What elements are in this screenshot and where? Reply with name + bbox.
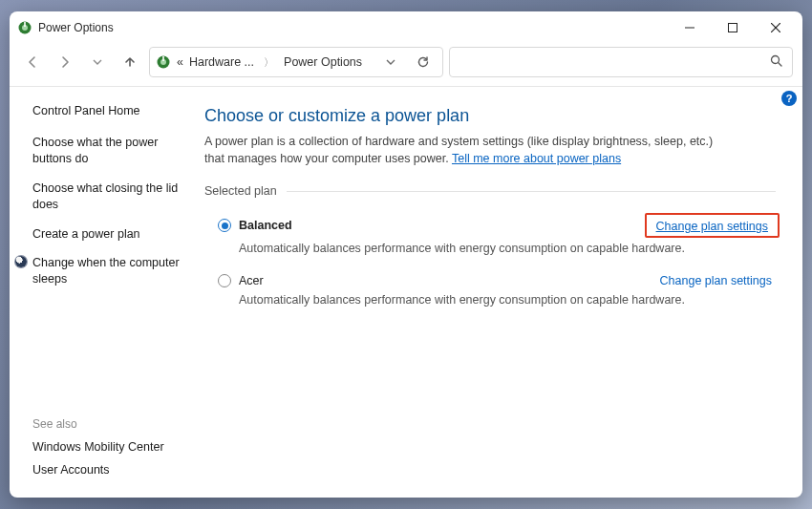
- section-header: Selected plan: [204, 184, 776, 198]
- plan-name[interactable]: Balanced: [239, 219, 292, 232]
- search-input[interactable]: [449, 47, 793, 77]
- sidebar: Control Panel Home Choose what the power…: [10, 87, 201, 498]
- sidebar-link-create-plan[interactable]: Create a power plan: [32, 226, 189, 243]
- radio-balanced[interactable]: [218, 219, 231, 232]
- forward-button[interactable]: [52, 49, 78, 75]
- breadcrumb-segment[interactable]: Power Options: [284, 55, 362, 69]
- sidebar-link-closing-lid[interactable]: Choose what closing the lid does: [32, 180, 189, 213]
- change-plan-settings-link[interactable]: Change plan settings: [656, 272, 776, 289]
- back-button[interactable]: [19, 49, 46, 75]
- see-also-mobility-center[interactable]: Windows Mobility Center: [32, 440, 189, 454]
- power-options-icon: [156, 54, 171, 70]
- help-icon[interactable]: ?: [781, 91, 797, 106]
- highlight-annotation: Change plan settings: [645, 213, 780, 238]
- breadcrumb-prefix: «: [177, 55, 183, 69]
- minimize-button[interactable]: [668, 13, 711, 42]
- address-bar[interactable]: « Hardware ... 〉 Power Options: [149, 47, 443, 77]
- chevron-right-icon: 〉: [260, 55, 278, 70]
- see-also-user-accounts[interactable]: User Accounts: [32, 463, 189, 477]
- svg-rect-4: [728, 24, 737, 32]
- radio-acer[interactable]: [218, 274, 231, 287]
- up-button[interactable]: [117, 49, 143, 75]
- power-plan-acer: Acer Change plan settings Automatically …: [204, 266, 776, 318]
- intro-text: A power plan is a collection of hardware…: [204, 134, 720, 167]
- change-plan-settings-link[interactable]: Change plan settings: [652, 218, 772, 235]
- main-content: Choose or customize a power plan A power…: [201, 87, 802, 498]
- breadcrumb-segment[interactable]: Hardware ...: [189, 55, 254, 69]
- toolbar: « Hardware ... 〉 Power Options: [10, 44, 802, 86]
- breadcrumb-dropdown[interactable]: [377, 49, 404, 75]
- sidebar-link-power-buttons[interactable]: Choose what the power buttons do: [32, 135, 189, 167]
- section-label: Selected plan: [204, 184, 287, 198]
- power-plan-balanced: Balanced Change plan settings Automatica…: [204, 207, 776, 266]
- plan-description: Automatically balances performance with …: [218, 289, 776, 307]
- see-also-heading: See also: [32, 417, 189, 431]
- refresh-button[interactable]: [410, 49, 437, 75]
- titlebar: Power Options: [10, 11, 802, 44]
- power-options-icon: [17, 20, 32, 35]
- learn-more-link[interactable]: Tell me more about power plans: [452, 152, 621, 165]
- svg-rect-2: [24, 22, 26, 27]
- window-title: Power Options: [38, 21, 114, 34]
- maximize-button[interactable]: [711, 13, 754, 42]
- svg-rect-9: [162, 56, 164, 61]
- divider: [287, 191, 776, 192]
- plan-description: Automatically balances performance with …: [218, 238, 776, 255]
- page-title: Choose or customize a power plan: [204, 106, 776, 126]
- plan-name[interactable]: Acer: [239, 274, 264, 287]
- window: Power Options « Hardware ... 〉 Power Opt…: [10, 11, 802, 498]
- sidebar-link-computer-sleeps[interactable]: Change when the computer sleeps: [32, 255, 189, 287]
- control-panel-home-link[interactable]: Control Panel Home: [32, 104, 189, 117]
- close-button[interactable]: [754, 13, 797, 42]
- svg-line-11: [779, 63, 782, 67]
- search-icon: [770, 53, 782, 71]
- recent-dropdown[interactable]: [84, 49, 111, 75]
